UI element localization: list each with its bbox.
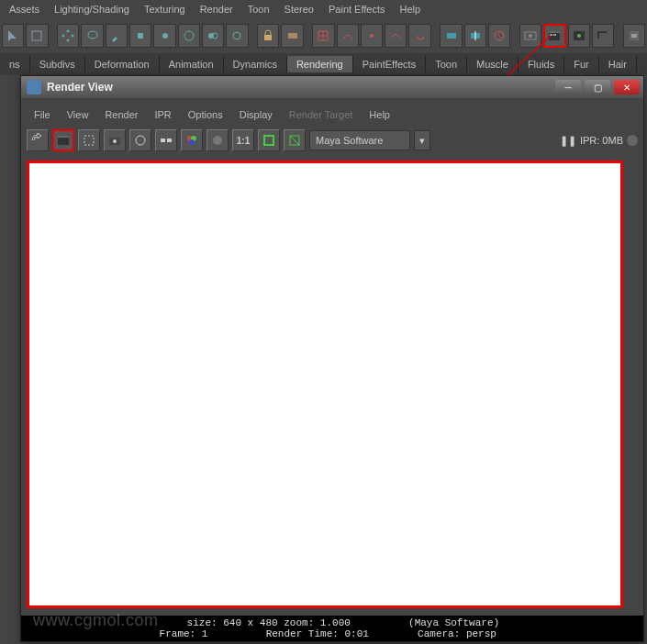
tool-paint-icon[interactable] xyxy=(106,24,128,48)
svg-point-1 xyxy=(88,31,97,39)
main-toolbar xyxy=(0,18,647,53)
rv-menu-file[interactable]: File xyxy=(27,107,58,122)
remove-image-icon[interactable] xyxy=(284,129,306,151)
shelf-tab[interactable]: Subdivs xyxy=(30,56,85,72)
svg-point-9 xyxy=(370,34,374,38)
shelf-tab[interactable]: PaintEffects xyxy=(353,56,427,72)
tool-op3-icon[interactable] xyxy=(202,24,224,48)
shelf-tab[interactable]: Dynamics xyxy=(224,56,287,72)
shelf-tab-rendering[interactable]: Rendering xyxy=(287,56,353,72)
rv-menu-render[interactable]: Render xyxy=(97,107,145,122)
tool-move-icon[interactable] xyxy=(57,24,79,48)
snap-live-icon[interactable] xyxy=(408,24,430,48)
rv-menu-help[interactable]: Help xyxy=(362,107,397,122)
rv-menu-render-target: Render Target xyxy=(282,107,361,122)
titlebar[interactable]: Render View ─ ▢ ✕ xyxy=(21,76,643,98)
svg-rect-10 xyxy=(447,33,456,39)
renderer-dropdown-arrow[interactable]: ▾ xyxy=(414,130,430,150)
snap-plane-icon[interactable] xyxy=(385,24,407,48)
close-button[interactable]: ✕ xyxy=(614,80,640,94)
status-frame: Frame: 1 xyxy=(160,628,208,639)
tool-lock-icon[interactable] xyxy=(257,24,279,48)
shelf-tab[interactable]: Muscle xyxy=(467,56,519,72)
render-region-icon[interactable] xyxy=(78,129,100,151)
svg-rect-31 xyxy=(167,139,172,142)
svg-point-14 xyxy=(529,34,532,38)
input-op2-icon[interactable] xyxy=(464,24,486,48)
status-render-time: Render Time: 0:01 xyxy=(266,628,369,639)
rv-menu-options[interactable]: Options xyxy=(181,107,230,122)
svg-rect-8 xyxy=(288,33,297,39)
ipr-render-icon[interactable] xyxy=(568,24,590,48)
render-frame-icon[interactable] xyxy=(519,24,541,48)
tool-op1-icon[interactable] xyxy=(153,24,175,48)
tool-transform-icon[interactable] xyxy=(129,24,151,48)
render-settings-icon[interactable] xyxy=(623,24,645,48)
snapshot-icon[interactable] xyxy=(104,129,126,151)
snap-grid-icon[interactable] xyxy=(312,24,334,48)
status-renderer: (Maya Software) xyxy=(408,617,499,628)
menu-assets[interactable]: Assets xyxy=(2,2,47,17)
shelf-tabs: ns Subdivs Deformation Animation Dynamic… xyxy=(0,53,647,75)
shelf-tab[interactable]: Animation xyxy=(160,56,224,72)
shelf-tab[interactable]: Deformation xyxy=(85,56,160,72)
render-options-icon[interactable] xyxy=(155,129,177,151)
renderer-dropdown[interactable]: Maya Software xyxy=(309,130,410,150)
svg-point-35 xyxy=(213,136,222,145)
open-render-view-icon[interactable] xyxy=(543,24,565,48)
menu-paint-effects[interactable]: Paint Effects xyxy=(321,2,393,17)
shelf-tab[interactable]: Fur xyxy=(564,56,599,72)
menu-render[interactable]: Render xyxy=(193,2,240,17)
pause-ipr-icon[interactable]: ❚❚ xyxy=(560,135,576,147)
minimize-button[interactable]: ─ xyxy=(555,80,581,94)
menu-stereo[interactable]: Stereo xyxy=(277,2,321,17)
svg-rect-36 xyxy=(264,136,273,145)
tool-op4-icon[interactable] xyxy=(226,24,248,48)
window-title: Render View xyxy=(47,81,555,94)
display-real-size-icon[interactable]: 1:1 xyxy=(232,129,254,151)
tool-selector-icon[interactable] xyxy=(26,24,48,48)
ipr-refresh-icon[interactable] xyxy=(129,129,151,151)
svg-rect-16 xyxy=(549,31,560,33)
menu-help[interactable]: Help xyxy=(393,2,429,17)
keep-image-icon[interactable] xyxy=(258,129,280,151)
svg-rect-7 xyxy=(264,35,272,40)
display-alpha-icon[interactable] xyxy=(206,129,229,151)
render-current-frame-icon[interactable] xyxy=(52,129,74,151)
snap-curve-icon[interactable] xyxy=(337,24,359,48)
input-op1-icon[interactable] xyxy=(440,24,462,48)
menu-toon[interactable]: Toon xyxy=(240,2,277,17)
svg-point-34 xyxy=(189,139,195,145)
tool-pointer-icon[interactable] xyxy=(2,24,24,48)
renderer-label: Maya Software xyxy=(316,135,383,146)
svg-rect-18 xyxy=(553,34,556,36)
status-size-zoom: size: 640 x 480 zoom: 1.000 xyxy=(187,617,351,628)
tool-lasso-icon[interactable] xyxy=(81,24,103,48)
svg-rect-0 xyxy=(32,31,41,40)
tool-op2-icon[interactable] xyxy=(178,24,200,48)
svg-point-29 xyxy=(113,139,117,143)
menu-texturing[interactable]: Texturing xyxy=(137,2,193,17)
shelf-tab[interactable]: ns xyxy=(0,56,30,72)
menu-lighting-shading[interactable]: Lighting/Shading xyxy=(47,2,137,17)
svg-rect-22 xyxy=(599,33,608,40)
shelf-tab[interactable]: Toon xyxy=(426,56,467,72)
construct-history-icon[interactable] xyxy=(488,24,510,48)
shelf-tab[interactable]: Fluids xyxy=(519,56,564,72)
render-view-window: Render View ─ ▢ ✕ File View Render IPR O… xyxy=(20,75,644,642)
maximize-button[interactable]: ▢ xyxy=(585,80,610,94)
rv-menu-display[interactable]: Display xyxy=(232,107,280,122)
rv-menu-ipr[interactable]: IPR xyxy=(147,107,178,122)
svg-rect-2 xyxy=(138,33,143,39)
ipr-status-label: IPR: 0MB xyxy=(580,135,623,146)
batch-render-icon[interactable] xyxy=(592,24,614,48)
rv-menu-view[interactable]: View xyxy=(60,107,96,122)
chevron-down-icon: ▾ xyxy=(419,135,425,147)
snap-point-icon[interactable] xyxy=(361,24,383,48)
tool-clip-icon[interactable] xyxy=(281,24,303,48)
shelf-tab[interactable]: Hair xyxy=(599,56,637,72)
display-rgb-icon[interactable] xyxy=(181,129,203,151)
render-output-area[interactable] xyxy=(27,161,623,608)
redo-render-icon[interactable] xyxy=(27,129,49,151)
svg-point-4 xyxy=(184,31,194,40)
